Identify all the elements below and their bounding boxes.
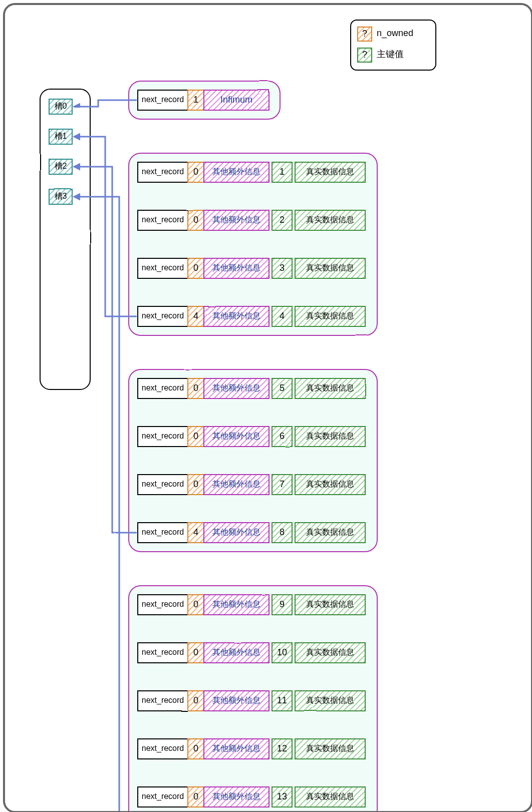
outer-frame — [3, 3, 532, 812]
